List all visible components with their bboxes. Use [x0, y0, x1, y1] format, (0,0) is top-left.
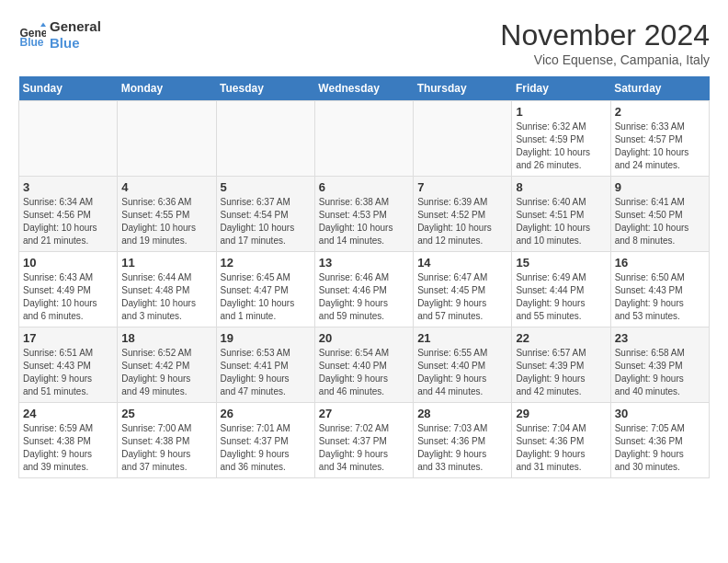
- day-detail: Sunrise: 6:44 AM Sunset: 4:48 PM Dayligh…: [121, 271, 211, 323]
- calendar-cell: [19, 101, 118, 177]
- calendar-cell: [118, 101, 216, 177]
- week-row-3: 10Sunrise: 6:43 AM Sunset: 4:49 PM Dayli…: [19, 252, 710, 327]
- day-detail: Sunrise: 6:33 AM Sunset: 4:57 PM Dayligh…: [615, 121, 705, 172]
- weekday-header-monday: Monday: [118, 76, 216, 101]
- calendar-cell: 28Sunrise: 7:03 AM Sunset: 4:36 PM Dayli…: [414, 403, 512, 478]
- day-detail: Sunrise: 6:47 AM Sunset: 4:45 PM Dayligh…: [417, 271, 507, 323]
- day-detail: Sunrise: 6:37 AM Sunset: 4:54 PM Dayligh…: [221, 196, 311, 247]
- day-number: 2: [615, 105, 705, 119]
- day-number: 17: [23, 331, 113, 345]
- calendar-cell: 2Sunrise: 6:33 AM Sunset: 4:57 PM Daylig…: [610, 101, 709, 177]
- calendar-cell: [414, 101, 512, 177]
- day-number: 3: [23, 180, 113, 194]
- day-number: 23: [615, 331, 705, 345]
- weekday-header-thursday: Thursday: [414, 76, 512, 101]
- calendar-cell: 22Sunrise: 6:57 AM Sunset: 4:39 PM Dayli…: [512, 327, 610, 403]
- calendar-cell: 5Sunrise: 6:37 AM Sunset: 4:54 PM Daylig…: [216, 177, 314, 252]
- day-number: 6: [319, 180, 409, 194]
- calendar-cell: 29Sunrise: 7:04 AM Sunset: 4:36 PM Dayli…: [512, 403, 610, 478]
- week-row-4: 17Sunrise: 6:51 AM Sunset: 4:43 PM Dayli…: [19, 327, 710, 403]
- day-number: 5: [221, 180, 311, 194]
- day-detail: Sunrise: 6:45 AM Sunset: 4:47 PM Dayligh…: [221, 271, 311, 323]
- calendar-cell: 9Sunrise: 6:41 AM Sunset: 4:50 PM Daylig…: [610, 177, 709, 252]
- calendar-table: SundayMondayTuesdayWednesdayThursdayFrid…: [18, 76, 710, 478]
- day-number: 29: [516, 407, 606, 420]
- day-detail: Sunrise: 6:38 AM Sunset: 4:53 PM Dayligh…: [319, 196, 409, 247]
- day-detail: Sunrise: 7:03 AM Sunset: 4:36 PM Dayligh…: [417, 422, 507, 474]
- calendar-cell: 30Sunrise: 7:05 AM Sunset: 4:36 PM Dayli…: [610, 403, 709, 478]
- calendar-cell: 16Sunrise: 6:50 AM Sunset: 4:43 PM Dayli…: [610, 252, 709, 327]
- calendar-cell: 17Sunrise: 6:51 AM Sunset: 4:43 PM Dayli…: [19, 327, 118, 403]
- day-number: 16: [615, 256, 705, 270]
- calendar-cell: 7Sunrise: 6:39 AM Sunset: 4:52 PM Daylig…: [414, 177, 512, 252]
- calendar-cell: 1Sunrise: 6:32 AM Sunset: 4:59 PM Daylig…: [512, 101, 610, 177]
- day-detail: Sunrise: 6:51 AM Sunset: 4:43 PM Dayligh…: [23, 347, 113, 398]
- calendar-cell: 15Sunrise: 6:49 AM Sunset: 4:44 PM Dayli…: [512, 252, 610, 327]
- day-detail: Sunrise: 6:50 AM Sunset: 4:43 PM Dayligh…: [615, 271, 705, 323]
- day-number: 21: [417, 331, 507, 345]
- day-detail: Sunrise: 6:32 AM Sunset: 4:59 PM Dayligh…: [516, 121, 606, 172]
- calendar-cell: 19Sunrise: 6:53 AM Sunset: 4:41 PM Dayli…: [216, 327, 314, 403]
- weekday-header-tuesday: Tuesday: [216, 76, 314, 101]
- day-number: 14: [417, 256, 507, 270]
- day-detail: Sunrise: 6:52 AM Sunset: 4:42 PM Dayligh…: [121, 347, 211, 398]
- calendar-cell: 6Sunrise: 6:38 AM Sunset: 4:53 PM Daylig…: [314, 177, 413, 252]
- calendar-cell: 24Sunrise: 6:59 AM Sunset: 4:38 PM Dayli…: [19, 403, 118, 478]
- calendar-cell: 10Sunrise: 6:43 AM Sunset: 4:49 PM Dayli…: [19, 252, 118, 327]
- header: General Blue General Blue November 2024 …: [18, 18, 710, 67]
- logo-text-blue: Blue: [50, 35, 101, 52]
- calendar-cell: [216, 101, 314, 177]
- calendar-cell: 21Sunrise: 6:55 AM Sunset: 4:40 PM Dayli…: [414, 327, 512, 403]
- weekday-header-friday: Friday: [512, 76, 610, 101]
- day-number: 12: [221, 256, 311, 270]
- day-detail: Sunrise: 7:05 AM Sunset: 4:36 PM Dayligh…: [615, 422, 705, 474]
- day-number: 22: [516, 331, 606, 345]
- svg-marker-2: [40, 23, 46, 28]
- weekday-header-sunday: Sunday: [19, 76, 118, 101]
- title-area: November 2024 Vico Equense, Campania, It…: [500, 18, 710, 67]
- week-row-5: 24Sunrise: 6:59 AM Sunset: 4:38 PM Dayli…: [19, 403, 710, 478]
- week-row-2: 3Sunrise: 6:34 AM Sunset: 4:56 PM Daylig…: [19, 177, 710, 252]
- day-number: 30: [615, 407, 705, 420]
- day-detail: Sunrise: 6:34 AM Sunset: 4:56 PM Dayligh…: [23, 196, 113, 247]
- calendar-cell: 4Sunrise: 6:36 AM Sunset: 4:55 PM Daylig…: [118, 177, 216, 252]
- calendar-cell: 26Sunrise: 7:01 AM Sunset: 4:37 PM Dayli…: [216, 403, 314, 478]
- day-detail: Sunrise: 6:40 AM Sunset: 4:51 PM Dayligh…: [516, 196, 606, 247]
- day-number: 1: [516, 105, 606, 119]
- day-detail: Sunrise: 6:59 AM Sunset: 4:38 PM Dayligh…: [23, 422, 113, 474]
- day-detail: Sunrise: 6:55 AM Sunset: 4:40 PM Dayligh…: [417, 347, 507, 398]
- day-number: 28: [417, 407, 507, 420]
- calendar-cell: 12Sunrise: 6:45 AM Sunset: 4:47 PM Dayli…: [216, 252, 314, 327]
- day-number: 4: [121, 180, 211, 194]
- calendar-cell: 13Sunrise: 6:46 AM Sunset: 4:46 PM Dayli…: [314, 252, 413, 327]
- day-detail: Sunrise: 6:41 AM Sunset: 4:50 PM Dayligh…: [615, 196, 705, 247]
- day-number: 20: [319, 331, 409, 345]
- day-number: 10: [23, 256, 113, 270]
- calendar-cell: [314, 101, 413, 177]
- month-title: November 2024: [500, 18, 710, 52]
- svg-text:Blue: Blue: [20, 36, 44, 49]
- day-detail: Sunrise: 6:36 AM Sunset: 4:55 PM Dayligh…: [121, 196, 211, 247]
- calendar-cell: 25Sunrise: 7:00 AM Sunset: 4:38 PM Dayli…: [118, 403, 216, 478]
- calendar-cell: 27Sunrise: 7:02 AM Sunset: 4:37 PM Dayli…: [314, 403, 413, 478]
- calendar-cell: 8Sunrise: 6:40 AM Sunset: 4:51 PM Daylig…: [512, 177, 610, 252]
- day-number: 26: [221, 407, 311, 420]
- day-number: 18: [121, 331, 211, 345]
- day-number: 9: [615, 180, 705, 194]
- day-detail: Sunrise: 7:02 AM Sunset: 4:37 PM Dayligh…: [319, 422, 409, 474]
- calendar-cell: 18Sunrise: 6:52 AM Sunset: 4:42 PM Dayli…: [118, 327, 216, 403]
- day-number: 7: [417, 180, 507, 194]
- calendar-cell: 20Sunrise: 6:54 AM Sunset: 4:40 PM Dayli…: [314, 327, 413, 403]
- day-number: 25: [121, 407, 211, 420]
- day-detail: Sunrise: 6:58 AM Sunset: 4:39 PM Dayligh…: [615, 347, 705, 398]
- day-number: 15: [516, 256, 606, 270]
- weekday-header-row: SundayMondayTuesdayWednesdayThursdayFrid…: [19, 76, 710, 101]
- calendar-cell: 23Sunrise: 6:58 AM Sunset: 4:39 PM Dayli…: [610, 327, 709, 403]
- weekday-header-wednesday: Wednesday: [314, 76, 413, 101]
- day-detail: Sunrise: 6:54 AM Sunset: 4:40 PM Dayligh…: [319, 347, 409, 398]
- day-detail: Sunrise: 6:49 AM Sunset: 4:44 PM Dayligh…: [516, 271, 606, 323]
- calendar-cell: 14Sunrise: 6:47 AM Sunset: 4:45 PM Dayli…: [414, 252, 512, 327]
- day-detail: Sunrise: 7:01 AM Sunset: 4:37 PM Dayligh…: [221, 422, 311, 474]
- day-detail: Sunrise: 6:43 AM Sunset: 4:49 PM Dayligh…: [23, 271, 113, 323]
- day-detail: Sunrise: 6:57 AM Sunset: 4:39 PM Dayligh…: [516, 347, 606, 398]
